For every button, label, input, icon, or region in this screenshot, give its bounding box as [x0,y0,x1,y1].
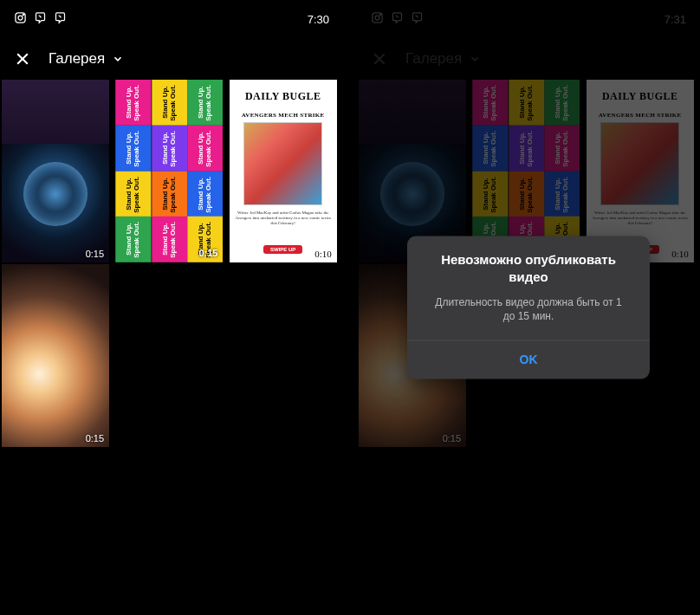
svg-point-2 [23,14,23,15]
video-thumb[interactable]: DAILY BUGLE AVENGERS MECH STRIKE Writer … [230,80,337,262]
sticky-note: Stand Up. Speak Out. [115,80,151,126]
swipe-up-badge: SWIPE UP [263,245,302,254]
video-thumb[interactable]: Stand Up. Speak Out. Stand Up. Speak Out… [115,80,223,262]
sticky-note: Stand Up. Speak Out. [152,80,187,126]
video-grid: 0:15 Stand Up. Speak Out. Stand Up. Spea… [0,80,343,447]
dialog-ok-button[interactable]: OK [407,341,650,379]
video-thumb[interactable]: 0:15 [2,264,109,447]
duration-label: 0:10 [314,249,332,259]
video-thumb[interactable]: 0:15 [2,80,109,262]
sticky-note: Stand Up. Speak Out. [152,126,187,172]
instagram-icon [14,11,27,27]
sticky-note: Stand Up. Speak Out. [187,80,223,126]
bugle-artwork [243,122,322,205]
gallery-dropdown[interactable]: Галерея [49,50,124,68]
phone-screen-right: 7:31 Галерея 0:15 Stand Up. Speak Out. S… [357,0,700,615]
viber-icon [54,11,67,27]
bugle-headline: AVENGERS MECH STRIKE [242,112,325,119]
svg-point-1 [18,16,23,20]
sticky-note: Stand Up. Speak Out. [152,217,187,262]
gallery-label: Галерея [49,50,105,68]
sticky-note: Stand Up. Speak Out. [152,172,187,217]
duration-label: 0:15 [86,249,104,259]
sticky-note: Stand Up. Speak Out. [187,172,223,217]
clock: 7:30 [308,13,329,26]
sticky-note: Stand Up. Speak Out. [115,217,151,262]
dialog-message: Длительность видео должна быть от 1 до 1… [407,290,650,340]
sticky-note: Stand Up. Speak Out. [115,126,151,172]
status-icons [14,11,67,27]
sticky-note: Stand Up. Speak Out. [187,126,223,172]
dialog-title: Невозможно опубликовать видео [407,236,650,290]
duration-label: 0:15 [86,433,104,443]
close-button[interactable] [10,47,35,71]
sticky-note: Stand Up. Speak Out. [115,172,151,217]
chevron-down-icon [112,53,124,65]
duration-label: 0:15 [198,249,217,259]
bugle-logo: DAILY BUGLE [245,90,321,103]
toolbar: Галерея [0,38,343,80]
error-dialog: Невозможно опубликовать видео Длительнос… [407,236,650,379]
viber-icon [34,11,47,27]
phone-screen-left: 7:30 Галерея 0:15 Stand Up. Speak Out. S… [0,0,343,615]
status-bar: 7:30 [0,0,343,38]
bugle-caption: Writer Jed MacKay and artist Carlos Magn… [233,210,334,226]
